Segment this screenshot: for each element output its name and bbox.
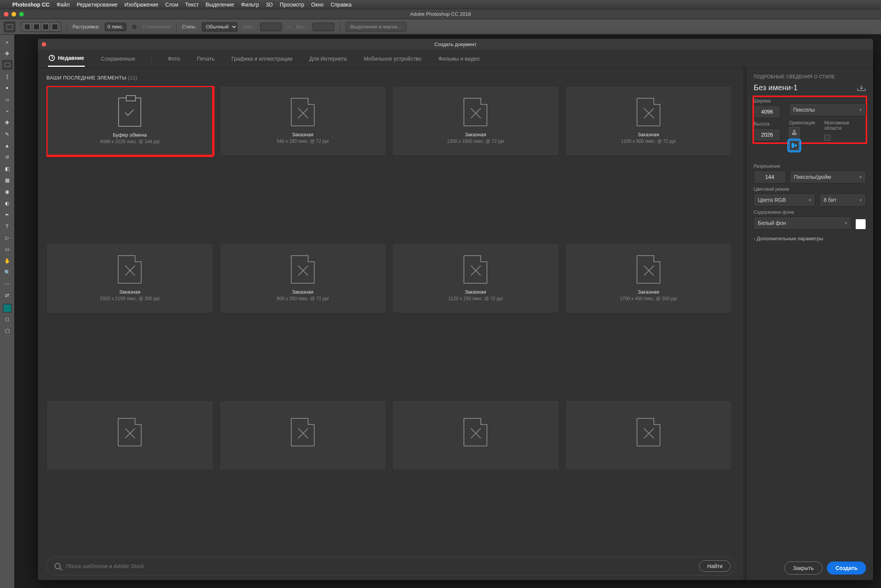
hand-tool-icon[interactable]: ✋	[2, 256, 13, 266]
menu-file[interactable]: Файл	[56, 2, 69, 8]
heal-tool-icon[interactable]: ✚	[2, 117, 13, 127]
select-and-mask-button[interactable]: Выделение и маска...	[345, 22, 406, 31]
height-label: Выс.:	[296, 24, 307, 30]
lasso-tool-icon[interactable]: ⟆	[2, 71, 13, 81]
preset-tile[interactable]	[392, 400, 559, 470]
foreground-swatch[interactable]	[3, 304, 12, 312]
feather-input[interactable]	[105, 23, 126, 31]
search-icon	[54, 563, 61, 569]
preset-tile[interactable]: Заказная540 x 180 пикс. @ 72 ppi	[219, 86, 386, 156]
advanced-toggle[interactable]: Дополнительные параметры	[754, 236, 866, 241]
preset-tile[interactable]: Заказная1120 x 250 пикс. @ 72 ppi	[392, 243, 559, 313]
menu-3d[interactable]: 3D	[266, 2, 273, 8]
preset-name: Заказная	[465, 289, 486, 295]
menu-select[interactable]: Выделение	[206, 2, 234, 8]
selection-intersect-icon[interactable]	[52, 24, 58, 30]
quick-mask-icon[interactable]: ◻	[2, 314, 13, 324]
selection-mode-group	[21, 22, 61, 32]
close-button[interactable]: Закрыть	[784, 562, 823, 575]
svg-rect-0	[7, 25, 13, 29]
document-icon	[464, 418, 487, 446]
history-brush-tool-icon[interactable]: ↺	[2, 152, 13, 162]
preset-tile[interactable]: Заказная2920 x 2159 пикс. @ 300 ppi	[46, 243, 213, 313]
app-name[interactable]: Photoshop CC	[12, 2, 49, 8]
tab-print[interactable]: Печать	[196, 51, 215, 66]
width-label: Шир.:	[243, 24, 255, 30]
marquee-tool-icon[interactable]	[2, 60, 13, 70]
artboards-checkbox[interactable]	[824, 135, 830, 141]
orientation-portrait[interactable]	[789, 127, 800, 138]
resolution-unit-select[interactable]: Пикселы/дюйм▾	[790, 170, 866, 183]
menu-help[interactable]: Справка	[330, 2, 351, 8]
preset-tile[interactable]: Буфер обмена4096 x 2026 пикс. @ 144 ppi	[46, 86, 213, 156]
scrollbar[interactable]	[743, 68, 746, 580]
color-mode-select[interactable]: Цвета RGB▾	[754, 193, 815, 206]
eyedropper-tool-icon[interactable]: ⌁	[2, 106, 13, 116]
orientation-landscape[interactable]	[789, 140, 800, 151]
app-titlebar: Adobe Photoshop CC 2018	[0, 9, 881, 19]
menu-text[interactable]: Текст	[185, 2, 199, 8]
tab-web[interactable]: Для Интернета	[309, 51, 348, 66]
preset-tile[interactable]	[219, 400, 386, 470]
tab-mobile[interactable]: Мобильное устройство	[363, 51, 422, 66]
canvas-area: Создать документ Недавние Сохраненные Фо…	[15, 35, 881, 588]
create-button[interactable]: Создать	[827, 562, 866, 575]
menu-edit[interactable]: Редактирование	[77, 2, 118, 8]
selection-new-icon[interactable]	[24, 24, 30, 30]
document-icon	[291, 98, 315, 126]
eraser-tool-icon[interactable]: ◧	[2, 164, 13, 173]
preset-tile[interactable]: Заказная1700 x 450 пикс. @ 300 ppi	[565, 243, 732, 313]
current-tool-icon[interactable]	[4, 21, 15, 32]
menu-image[interactable]: Изображение	[124, 2, 158, 8]
menu-filter[interactable]: Фильтр	[241, 2, 259, 8]
preset-tile[interactable]	[46, 400, 213, 470]
screen-mode-icon[interactable]: ▢	[2, 325, 13, 335]
gradient-tool-icon[interactable]: ▦	[2, 175, 13, 185]
tab-art[interactable]: Графика и иллюстрации	[231, 51, 293, 66]
crop-tool-icon[interactable]: ▱	[2, 94, 13, 104]
preset-tile[interactable]: Заказная800 x 260 пикс. @ 72 ppi	[219, 243, 386, 313]
edit-toolbar-icon[interactable]: ⇄	[2, 290, 13, 300]
menu-window[interactable]: Окно	[311, 2, 324, 8]
more-tool-icon[interactable]: ⋯	[2, 279, 13, 289]
selection-subtract-icon[interactable]	[43, 24, 49, 30]
antialias-checkbox[interactable]	[132, 24, 137, 30]
resolution-input[interactable]	[754, 170, 786, 183]
path-select-tool-icon[interactable]: ▷	[2, 233, 13, 243]
dodge-tool-icon[interactable]: ◐	[2, 198, 13, 208]
pen-tool-icon[interactable]: ✒	[2, 210, 13, 220]
blur-tool-icon[interactable]: ◉	[2, 187, 13, 197]
style-label: Стиль:	[182, 24, 196, 30]
tab-photo[interactable]: Фото	[167, 51, 181, 66]
selection-add-icon[interactable]	[33, 24, 40, 30]
type-tool-icon[interactable]: T	[2, 221, 13, 231]
menu-layers[interactable]: Слои	[165, 2, 178, 8]
quick-select-tool-icon[interactable]: ✦	[2, 83, 13, 93]
preset-tile[interactable]: Заказная1300 x 1000 пикс. @ 72 ppi	[392, 86, 559, 156]
height-input[interactable]	[754, 128, 780, 141]
tab-film[interactable]: Фильмы и видео	[437, 51, 480, 66]
width-unit-select[interactable]: Пикселы▾	[789, 103, 866, 116]
shape-tool-icon[interactable]: ▭	[2, 244, 13, 254]
stock-search-input[interactable]	[66, 563, 694, 569]
move-tool-icon[interactable]: ✥	[2, 48, 13, 58]
document-icon	[118, 418, 142, 446]
zoom-tool-icon[interactable]: 🔍	[2, 267, 13, 277]
background-select[interactable]: Белый фон▾	[754, 216, 851, 230]
brush-tool-icon[interactable]: ✎	[2, 129, 13, 139]
color-depth-select[interactable]: 8 бит▾	[819, 193, 866, 206]
width-input[interactable]	[754, 105, 780, 118]
menu-view[interactable]: Просмотр	[280, 2, 304, 8]
expand-icon[interactable]: »	[2, 37, 13, 47]
preset-tile[interactable]: Заказная1100 x 900 пикс. @ 72 ppi	[565, 86, 732, 156]
save-preset-icon[interactable]	[857, 84, 866, 91]
tab-recent[interactable]: Недавние	[48, 50, 85, 67]
preset-tile[interactable]	[565, 400, 732, 470]
find-button[interactable]: Найти	[699, 560, 731, 572]
preset-name: Заказная	[292, 132, 313, 137]
background-swatch[interactable]	[855, 219, 866, 230]
stamp-tool-icon[interactable]: ▲	[2, 140, 13, 150]
document-name[interactable]: Без имени-1	[754, 83, 798, 92]
style-select[interactable]: Обычный	[202, 22, 238, 31]
tab-saved[interactable]: Сохраненные	[100, 51, 136, 66]
